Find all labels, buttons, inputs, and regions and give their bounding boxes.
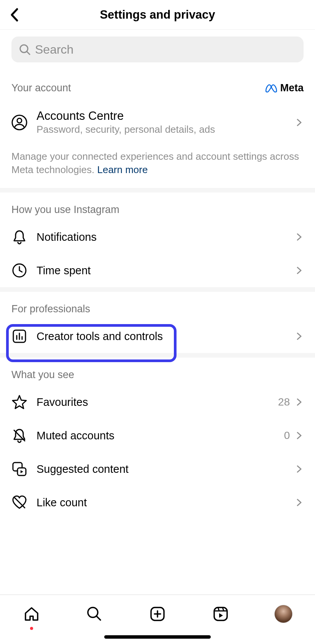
chevron-right-icon bbox=[295, 233, 304, 241]
section-header-account: Your account Meta bbox=[0, 62, 315, 99]
svg-rect-18 bbox=[214, 607, 227, 620]
row-accounts-centre[interactable]: Accounts Centre Password, security, pers… bbox=[0, 99, 315, 142]
learn-more-link[interactable]: Learn more bbox=[97, 164, 148, 175]
chevron-right-icon bbox=[295, 398, 304, 406]
section-what-you-see: What you see Favourites 28 Muted account… bbox=[0, 358, 315, 519]
muted-accounts-count: 0 bbox=[284, 429, 290, 442]
tab-search[interactable] bbox=[83, 603, 106, 625]
search-icon bbox=[19, 44, 30, 55]
muted-accounts-label: Muted accounts bbox=[37, 429, 284, 442]
svg-point-3 bbox=[17, 118, 22, 123]
section-divider bbox=[0, 287, 315, 292]
header: Settings and privacy bbox=[0, 0, 315, 30]
svg-line-1 bbox=[27, 52, 30, 54]
chevron-left-icon bbox=[10, 8, 19, 22]
row-muted-accounts[interactable]: Muted accounts 0 bbox=[0, 419, 315, 452]
search-placeholder: Search bbox=[35, 43, 73, 57]
section-title-usage: How you use Instagram bbox=[11, 204, 119, 216]
home-icon bbox=[23, 606, 40, 622]
tab-create[interactable] bbox=[146, 603, 169, 625]
notification-dot bbox=[30, 627, 33, 630]
row-suggested-content[interactable]: Suggested content bbox=[0, 452, 315, 486]
like-count-label: Like count bbox=[37, 496, 295, 509]
accounts-centre-title: Accounts Centre bbox=[37, 109, 295, 123]
svg-line-12 bbox=[14, 497, 25, 508]
row-notifications[interactable]: Notifications bbox=[0, 220, 315, 254]
back-button[interactable] bbox=[7, 7, 22, 22]
creator-tools-label: Creator tools and controls bbox=[37, 330, 295, 343]
heart-off-icon bbox=[11, 495, 27, 510]
chevron-right-icon bbox=[295, 266, 304, 275]
meta-brand-text: Meta bbox=[280, 82, 304, 94]
tab-home[interactable] bbox=[20, 603, 43, 625]
bell-off-icon bbox=[11, 428, 27, 444]
section-usage: How you use Instagram Notifications Time… bbox=[0, 192, 315, 287]
chevron-right-icon bbox=[295, 118, 304, 127]
search-icon bbox=[86, 606, 103, 622]
chevron-right-icon bbox=[295, 498, 304, 507]
reels-icon bbox=[212, 606, 229, 622]
meta-logo-icon bbox=[265, 84, 278, 92]
search-container: Search bbox=[0, 30, 315, 62]
favourites-count: 28 bbox=[278, 396, 290, 408]
tab-reels[interactable] bbox=[209, 603, 232, 625]
section-divider bbox=[0, 188, 315, 192]
section-title-what-you-see: What you see bbox=[11, 369, 74, 381]
account-description: Manage your connected experiences and ac… bbox=[0, 142, 315, 188]
star-icon bbox=[11, 394, 27, 410]
chevron-right-icon bbox=[295, 332, 304, 340]
search-input[interactable]: Search bbox=[11, 37, 304, 62]
row-favourites[interactable]: Favourites 28 bbox=[0, 385, 315, 419]
section-your-account: Your account Meta Accounts Centre Passwo… bbox=[0, 62, 315, 188]
chevron-right-icon bbox=[295, 431, 304, 440]
clock-icon bbox=[11, 262, 27, 278]
section-professionals: For professionals Creator tools and cont… bbox=[0, 292, 315, 353]
svg-line-14 bbox=[97, 616, 100, 620]
section-divider bbox=[0, 353, 315, 358]
section-header-usage: How you use Instagram bbox=[0, 192, 315, 220]
favourites-label: Favourites bbox=[37, 396, 278, 409]
chart-square-icon bbox=[11, 328, 27, 344]
time-spent-label: Time spent bbox=[37, 264, 295, 277]
notifications-label: Notifications bbox=[37, 231, 295, 243]
section-title-account: Your account bbox=[11, 82, 71, 94]
plus-square-icon bbox=[149, 606, 166, 622]
user-circle-icon bbox=[11, 114, 27, 130]
row-time-spent[interactable]: Time spent bbox=[0, 254, 315, 287]
tab-profile[interactable] bbox=[272, 603, 295, 625]
section-header-professionals: For professionals bbox=[0, 292, 315, 320]
accounts-centre-subtitle: Password, security, personal details, ad… bbox=[37, 124, 295, 135]
row-creator-tools[interactable]: Creator tools and controls bbox=[0, 320, 315, 353]
home-indicator bbox=[104, 635, 211, 639]
row-like-count[interactable]: Like count bbox=[0, 486, 315, 519]
meta-brand: Meta bbox=[265, 82, 304, 94]
bell-icon bbox=[11, 229, 27, 245]
media-stack-icon bbox=[11, 461, 27, 477]
section-title-professionals: For professionals bbox=[11, 303, 90, 315]
suggested-content-label: Suggested content bbox=[37, 463, 295, 475]
section-header-what-you-see: What you see bbox=[0, 358, 315, 385]
chevron-right-icon bbox=[295, 465, 304, 473]
avatar-icon bbox=[274, 605, 293, 623]
page-title: Settings and privacy bbox=[0, 8, 315, 22]
